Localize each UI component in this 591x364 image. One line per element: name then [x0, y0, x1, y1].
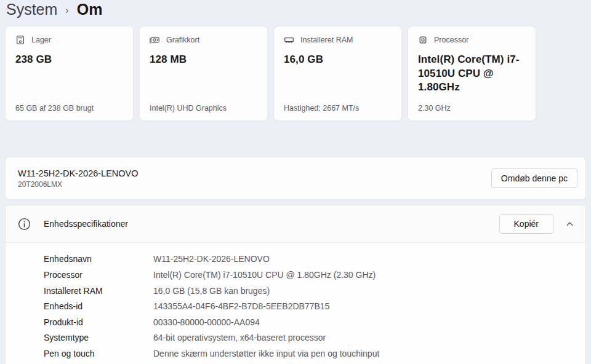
chevron-up-icon[interactable] — [565, 220, 574, 229]
card-label: Installeret RAM — [300, 36, 353, 44]
summary-card: Grafikkort128 MBIntel(R) UHD Graphics — [139, 26, 268, 121]
chevron-right-icon: › — [65, 3, 68, 16]
spec-row: EnhedsnavnW11-25H2-DK-2026-LENOVO — [6, 251, 585, 267]
cpu-icon — [418, 35, 428, 45]
device-name-block: W11-25H2-DK-2026-LENOVO 20T2006LMX — [18, 168, 139, 189]
storage-icon — [15, 35, 25, 45]
card-caption: Intel(R) UHD Graphics — [150, 104, 227, 113]
device-model: 20T2006LMX — [18, 180, 139, 189]
spec-label: Pen og touch — [44, 349, 153, 359]
card-caption: 2.30 GHz — [418, 104, 451, 113]
summary-card: ProcessorIntel(R) Core(TM) i7-10510U CPU… — [408, 26, 536, 121]
spec-value: Intel(R) Core(TM) i7-10510U CPU @ 1.80GH… — [153, 270, 376, 280]
spec-label: Produkt-id — [44, 317, 153, 328]
spec-row: Enheds-id143355A4-04F6-4BF2-B7D8-5EEB2DB… — [6, 299, 585, 315]
spec-row: ProcessorIntel(R) Core(TM) i7-10510U CPU… — [6, 267, 585, 283]
section-title: Enhedsspecifikationer — [44, 219, 128, 229]
spec-label: Processor — [44, 270, 153, 280]
device-specs-table: EnhedsnavnW11-25H2-DK-2026-LENOVOProcess… — [6, 243, 585, 364]
spec-value: Denne skærm understøtter ikke input via … — [153, 349, 379, 359]
spec-label: Systemtype — [44, 333, 153, 343]
card-value: Intel(R) Core(TM) i7-10510U CPU @ 1.80GH… — [418, 53, 526, 95]
card-value: 16,0 GB — [284, 53, 392, 67]
device-name: W11-25H2-DK-2026-LENOVO — [18, 168, 139, 178]
device-specifications-header[interactable]: Enhedsspecifikationer Kopiér — [6, 205, 585, 243]
spec-row: Systemtype64-bit operativsystem, x64-bas… — [6, 330, 585, 346]
copy-button[interactable]: Kopiér — [499, 214, 553, 234]
card-caption: 65 GB af 238 GB brugt — [15, 104, 94, 113]
breadcrumb: System › Om — [5, 0, 591, 26]
spec-label: Enhedsnavn — [44, 254, 153, 264]
summary-card: Lager238 GB65 GB af 238 GB brugt — [5, 26, 134, 121]
card-label: Lager — [31, 36, 51, 44]
spec-value: 64-bit operativsystem, x64-baseret proce… — [153, 333, 326, 343]
spec-value: 16,0 GB (15,8 GB kan bruges) — [153, 286, 270, 296]
card-label: Grafikkort — [166, 36, 199, 44]
ram-icon — [284, 35, 294, 45]
rename-pc-button[interactable]: Omdøb denne pc — [491, 168, 577, 188]
card-caption: Hastighed: 2667 MT/s — [284, 104, 359, 113]
card-value: 238 GB — [15, 53, 123, 67]
device-name-card: W11-25H2-DK-2026-LENOVO 20T2006LMX Omdøb… — [5, 157, 586, 200]
spec-label: Enheds-id — [44, 301, 153, 312]
info-icon — [18, 218, 31, 231]
spec-value: 00330-80000-00000-AA094 — [153, 317, 260, 328]
card-label: Processor — [434, 36, 468, 44]
page-title: Om — [77, 1, 103, 18]
spec-value: W11-25H2-DK-2026-LENOVO — [153, 254, 270, 264]
gpu-icon — [150, 35, 160, 45]
spec-row: Pen og touchDenne skærm understøtter ikk… — [6, 346, 585, 362]
device-specifications-expander: Enhedsspecifikationer Kopiér EnhedsnavnW… — [5, 205, 586, 364]
spec-value: 143355A4-04F6-4BF2-B7D8-5EEB2DB77B15 — [153, 301, 329, 312]
spec-row: Produkt-id00330-80000-00000-AA094 — [6, 314, 585, 330]
summary-card: Installeret RAM16,0 GBHastighed: 2667 MT… — [273, 26, 402, 121]
card-value: 128 MB — [150, 53, 257, 67]
spec-row: Installeret RAM16,0 GB (15,8 GB kan brug… — [6, 283, 585, 299]
breadcrumb-system[interactable]: System — [6, 1, 57, 18]
summary-cards: Lager238 GB65 GB af 238 GB brugtGrafikko… — [5, 26, 591, 121]
settings-about-page: System › Om Lager238 GB65 GB af 238 GB b… — [0, 0, 591, 364]
spec-label: Installeret RAM — [44, 286, 153, 296]
